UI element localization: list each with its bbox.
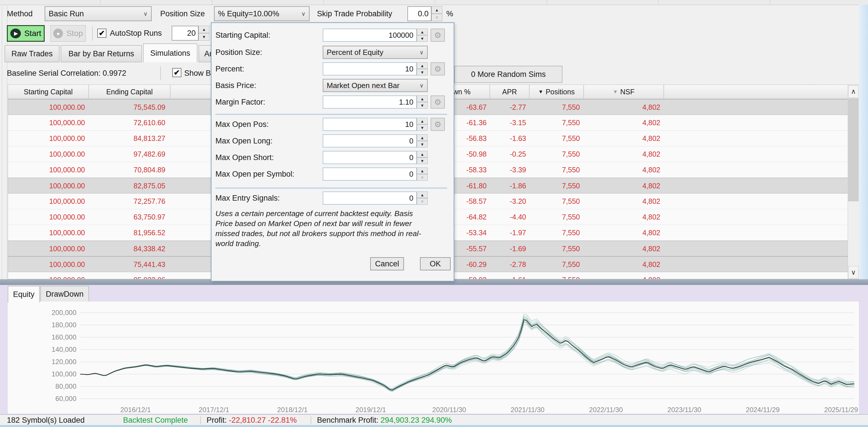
- cell-apr: -2.78: [490, 257, 530, 272]
- spin-down-icon[interactable]: ▼: [417, 141, 428, 147]
- y-axis-tick: 100,000: [25, 370, 76, 378]
- tab-simulations[interactable]: Simulations: [143, 43, 197, 62]
- cell-ending: 84,338.42: [89, 241, 170, 256]
- margin-factor-settings-button[interactable]: ⚙: [431, 95, 445, 109]
- scrollbar-thumb[interactable]: [848, 98, 859, 201]
- scroll-down-icon[interactable]: ∨: [848, 266, 859, 279]
- header-divider: [435, 0, 435, 4]
- dialog-label-max-open-per-symbol: Max Open per Symbol:: [215, 167, 294, 180]
- tab-bar-by-bar-returns[interactable]: Bar by Bar Returns: [61, 45, 142, 62]
- parent-header-strip: [0, 0, 868, 5]
- percent-input[interactable]: 10: [323, 62, 417, 75]
- spin-down-icon[interactable]: ▼: [417, 69, 428, 75]
- cell-nsf: 4,802: [584, 241, 664, 256]
- spin-down-icon[interactable]: ▼: [431, 14, 442, 21]
- tab-raw-trades[interactable]: Raw Trades: [5, 45, 60, 62]
- sort-desc-icon: ▼: [613, 89, 618, 95]
- autostop-runs-stepper[interactable]: ▲ ▼: [198, 26, 210, 41]
- equity-line: [80, 314, 854, 389]
- position-size-dropdown[interactable]: Percent of Equity∨: [323, 46, 428, 59]
- method-dropdown[interactable]: Basic Run ∨: [44, 6, 152, 21]
- cell-apr: -1.61: [490, 272, 530, 279]
- basis-price-dropdown[interactable]: Market Open next Bar∨: [323, 79, 428, 92]
- x-axis-tick: 2022/11/30: [580, 406, 632, 414]
- max-open-pos-input[interactable]: 10: [323, 118, 417, 131]
- starting-capital-settings-button[interactable]: ⚙: [431, 29, 445, 42]
- spin-up-icon[interactable]: ▲: [198, 26, 210, 33]
- max-open-long-input[interactable]: 0: [323, 134, 417, 147]
- spin-down-icon[interactable]: ▼: [198, 33, 210, 41]
- max-entry-signals-input[interactable]: 0: [323, 192, 417, 205]
- cell-nsf: 4,802: [584, 209, 664, 225]
- cell-positions: 7,550: [530, 225, 584, 240]
- cell-starting: 100,000.00: [8, 194, 89, 209]
- column-header-apr[interactable]: APR: [490, 85, 530, 99]
- spin-up-icon[interactable]: ▲: [417, 62, 428, 69]
- x-axis-tick: 2019/12/1: [345, 406, 397, 414]
- max-open-short-stepper[interactable]: ▲▼: [417, 151, 428, 164]
- column-header-starting-capital[interactable]: Starting Capital: [8, 85, 89, 99]
- percent-settings-button[interactable]: ⚙: [431, 62, 445, 75]
- autostop-runs-input[interactable]: 20: [172, 26, 198, 41]
- spin-down-icon[interactable]: ▼: [417, 102, 428, 109]
- max-open-pos-stepper[interactable]: ▲▼: [417, 118, 428, 131]
- max-open-per-symbol-stepper[interactable]: ▲▼: [417, 167, 428, 180]
- cell-positions: 7,550: [530, 209, 584, 225]
- header-divider: [100, 0, 101, 4]
- max-open-pos-settings-button[interactable]: ⚙: [431, 118, 445, 131]
- dialog-label-max-open-short: Max Open Short:: [215, 151, 274, 164]
- cell-starting: 100,000.00: [8, 131, 89, 146]
- starting-capital-stepper[interactable]: ▲▼: [417, 29, 428, 42]
- max-open-per-symbol-input[interactable]: 0: [323, 167, 417, 180]
- column-header-positions[interactable]: ▼ Positions: [530, 85, 584, 99]
- max-open-short-input[interactable]: 0: [323, 151, 417, 164]
- max-entry-signals-stepper[interactable]: ▲▼: [417, 192, 428, 205]
- equity-line: [80, 321, 854, 390]
- window-frame-bottom: [0, 425, 868, 427]
- spin-down-icon[interactable]: ▼: [417, 158, 428, 164]
- more-random-sims-button[interactable]: 0 More Random Sims: [454, 66, 562, 83]
- max-open-long-stepper[interactable]: ▲▼: [417, 134, 428, 147]
- autostop-checkbox[interactable]: ✔: [97, 29, 106, 38]
- show-baseline-checkbox[interactable]: ✔: [172, 68, 181, 77]
- cell-nsf: 4,802: [584, 162, 664, 177]
- column-header-filler: [664, 85, 848, 99]
- status-separator: [200, 417, 201, 424]
- scroll-up-icon[interactable]: ∧: [848, 85, 859, 98]
- dialog-label-max-entry-signals: Max Entry Signals:: [215, 192, 280, 205]
- spin-up-icon[interactable]: ▲: [431, 6, 442, 14]
- spin-up-icon[interactable]: ▲: [417, 95, 428, 102]
- cancel-button[interactable]: Cancel: [370, 257, 404, 270]
- position-size-value: Percent of Equity: [327, 48, 383, 57]
- spin-up-icon[interactable]: ▲: [417, 192, 428, 198]
- start-button[interactable]: ▶ Start: [7, 25, 44, 42]
- starting-capital-input[interactable]: 100000: [323, 29, 417, 42]
- spin-up-icon[interactable]: ▲: [417, 29, 428, 35]
- margin-factor-input[interactable]: 1.10: [323, 95, 417, 109]
- spin-up-icon[interactable]: ▲: [417, 151, 428, 158]
- spin-up-icon[interactable]: ▲: [417, 134, 428, 141]
- spin-down-icon[interactable]: ▼: [417, 124, 428, 131]
- spin-down-icon[interactable]: ▼: [417, 198, 428, 205]
- dialog-label-margin-factor: Margin Factor:: [215, 95, 265, 109]
- cell-positions: 7,550: [530, 99, 584, 115]
- skip-trade-probability-input[interactable]: 0.0: [407, 6, 431, 21]
- column-header-ending-capital[interactable]: Ending Capital: [89, 85, 170, 99]
- column-header-nsf[interactable]: ▼ NSF: [584, 85, 664, 99]
- position-size-dropdown[interactable]: % Equity=10.00% ∨: [214, 6, 310, 21]
- margin-factor-stepper[interactable]: ▲▼: [417, 95, 428, 109]
- cell-starting: 100,000.00: [8, 178, 89, 194]
- spin-down-icon[interactable]: ▼: [417, 35, 428, 42]
- tab-drawdown[interactable]: DrawDown: [40, 286, 89, 302]
- spin-up-icon[interactable]: ▲: [417, 167, 428, 174]
- spin-up-icon[interactable]: ▲: [417, 118, 428, 124]
- spin-down-icon[interactable]: ▼: [417, 174, 428, 180]
- skip-trade-probability-stepper[interactable]: ▲ ▼: [431, 6, 442, 21]
- ok-button[interactable]: OK: [420, 257, 451, 270]
- stop-button[interactable]: ■ Stop: [50, 25, 86, 42]
- x-axis-tick: 2018/12/1: [267, 406, 318, 414]
- percent-stepper[interactable]: ▲▼: [417, 62, 428, 75]
- vertical-scrollbar[interactable]: ∧ ∨: [848, 85, 859, 279]
- tab-equity[interactable]: Equity: [8, 286, 40, 302]
- y-axis-tick: 180,000: [25, 321, 76, 329]
